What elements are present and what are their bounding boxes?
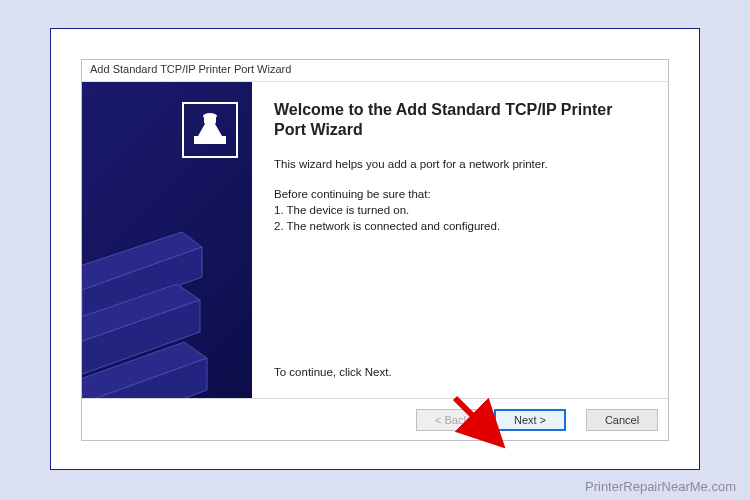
- back-button: < Back: [416, 409, 488, 431]
- books-decoration-icon: [82, 212, 252, 398]
- wizard-heading: Welcome to the Add Standard TCP/IP Print…: [274, 100, 646, 140]
- svg-rect-0: [194, 136, 226, 144]
- window-title-bar: Add Standard TCP/IP Printer Port Wizard: [82, 60, 668, 82]
- window-title: Add Standard TCP/IP Printer Port Wizard: [90, 63, 291, 75]
- continue-hint: To continue, click Next.: [274, 366, 646, 378]
- outer-frame: Add Standard TCP/IP Printer Port Wizard: [50, 28, 700, 470]
- wizard-window: Add Standard TCP/IP Printer Port Wizard: [81, 59, 669, 441]
- wizard-content-panel: Welcome to the Add Standard TCP/IP Print…: [252, 82, 668, 398]
- checklist-item: 1. The device is turned on.: [274, 202, 646, 218]
- wizard-body: Welcome to the Add Standard TCP/IP Print…: [82, 82, 668, 398]
- checklist-label: Before continuing be sure that:: [274, 186, 646, 202]
- next-button[interactable]: Next >: [494, 409, 566, 431]
- wizard-button-bar: < Back Next > Cancel: [82, 398, 668, 440]
- checklist-item: 2. The network is connected and configur…: [274, 218, 646, 234]
- wizard-side-panel: [82, 82, 252, 398]
- printer-stamp-icon: [182, 102, 238, 158]
- wizard-intro-text: This wizard helps you add a port for a n…: [274, 156, 646, 172]
- svg-point-2: [203, 113, 217, 119]
- wizard-checklist: Before continuing be sure that: 1. The d…: [274, 186, 646, 234]
- cancel-button[interactable]: Cancel: [586, 409, 658, 431]
- watermark-text: PrinterRepairNearMe.com: [585, 479, 736, 494]
